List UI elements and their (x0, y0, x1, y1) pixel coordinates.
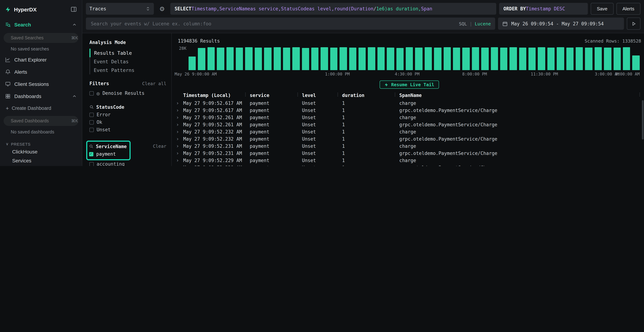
saved-searches-input[interactable]: ⌘K (4, 33, 78, 43)
table-scrollbar[interactable] (642, 100, 644, 140)
analysis-option-results-table[interactable]: Results Table (90, 49, 168, 57)
histogram-bar[interactable] (283, 48, 290, 70)
table-row[interactable]: ›May 27 9:09:52.232 AMpaymentUnset1charg… (174, 128, 644, 135)
column-grip-icon[interactable]: ⋮ (296, 92, 300, 97)
sidebar-item-client-sessions[interactable]: Client Sessions (0, 78, 82, 90)
facet-item-Error[interactable]: Error (90, 111, 168, 118)
histogram-bar[interactable] (198, 48, 205, 70)
histogram-bar[interactable] (254, 48, 262, 70)
histogram-bar[interactable] (576, 48, 583, 70)
column-header-level[interactable]: level⋮ (302, 91, 342, 100)
histogram-bar[interactable] (491, 47, 498, 70)
histogram-bar[interactable] (406, 48, 413, 70)
table-row[interactable]: ›May 27 9:09:52.261 AMpaymentUnset1charg… (174, 114, 644, 121)
table-row[interactable]: ›May 27 9:09:52.229 AMpaymentUnset1charg… (174, 157, 644, 164)
histogram-bar[interactable] (226, 47, 234, 70)
histogram-bar[interactable] (434, 48, 441, 70)
events-histogram[interactable]: 28K May 26 9:00:00 AM1:00:00 PM4:30:00 P… (174, 46, 640, 77)
histogram-bar[interactable] (453, 48, 460, 70)
source-settings-gear-icon[interactable]: ⚙ (157, 4, 168, 14)
checkbox[interactable] (90, 128, 94, 132)
saved-dashboards-input[interactable]: ⌘K (4, 116, 78, 126)
presets-section-toggle[interactable]: ∨ PRESETS (6, 142, 82, 146)
expand-row-icon[interactable]: › (174, 122, 179, 127)
histogram-bar[interactable] (519, 48, 526, 70)
histogram-bar[interactable] (472, 48, 479, 70)
histogram-bar[interactable] (585, 48, 592, 70)
expand-row-icon[interactable]: › (174, 150, 179, 156)
column-header-spanname[interactable]: SpanName⋮ (399, 91, 644, 100)
search-input[interactable] (90, 20, 455, 27)
alerts-button[interactable]: Alerts (616, 3, 640, 15)
resume-live-tail-button[interactable]: Resume Live Tail (380, 80, 439, 89)
sidebar-item-alerts[interactable]: Alerts (0, 66, 82, 78)
run-query-button[interactable] (627, 18, 640, 30)
histogram-bar[interactable] (614, 48, 621, 70)
save-button[interactable]: Save (591, 3, 614, 15)
analysis-option-event-patterns[interactable]: Event Patterns (90, 66, 168, 74)
histogram-bar[interactable] (321, 47, 328, 70)
analysis-option-event-deltas[interactable]: Event Deltas (90, 57, 168, 66)
histogram-bar[interactable] (444, 48, 451, 70)
column-header-duration[interactable]: duration⋮ (342, 91, 399, 100)
sql-query[interactable]: SELECT Timestamp, ServiceName as service… (170, 3, 496, 15)
histogram-bar[interactable] (378, 48, 385, 70)
expand-row-icon[interactable]: › (174, 143, 179, 149)
order-by-query[interactable]: ORDER BY Timestamp DESC (499, 3, 588, 15)
histogram-bar[interactable] (566, 48, 574, 70)
histogram-bar[interactable] (538, 47, 545, 70)
table-row[interactable]: ›May 27 9:09:52.231 AMpaymentUnset1charg… (174, 142, 644, 150)
histogram-bar[interactable] (528, 48, 536, 70)
mode-sql-toggle[interactable]: SQL (459, 21, 467, 26)
checkbox[interactable] (90, 112, 94, 117)
table-row[interactable]: ›May 27 9:09:52.231 AMpaymentUnset1grpc.… (174, 150, 644, 157)
table-row[interactable]: ›May 27 9:09:52.261 AMpaymentUnset1grpc.… (174, 121, 644, 128)
histogram-bar[interactable] (500, 48, 508, 70)
column-header-service[interactable]: service⋮ (250, 91, 302, 100)
expand-row-icon[interactable]: › (174, 100, 179, 106)
column-grip-icon[interactable]: ⋮ (243, 92, 248, 97)
histogram-bar[interactable] (245, 48, 252, 70)
table-row[interactable]: ›May 27 9:09:52.229 AMpaymentUnset1grpc.… (174, 164, 644, 166)
expand-row-icon[interactable]: › (174, 164, 179, 166)
histogram-bar[interactable] (632, 56, 640, 70)
histogram-bar[interactable] (358, 48, 366, 70)
saved-searches-field[interactable] (11, 36, 68, 40)
table-row[interactable]: ›May 27 9:09:52.617 AMpaymentUnset1charg… (174, 100, 644, 106)
chevron-up-icon[interactable] (72, 22, 77, 27)
histogram-bar[interactable] (415, 48, 422, 70)
facet-item-payment[interactable]: payment (89, 150, 127, 158)
event-search-bar[interactable]: SQL | Lucene (86, 18, 495, 30)
histogram-bar[interactable] (396, 48, 404, 70)
expand-row-icon[interactable]: › (174, 158, 179, 163)
expand-row-icon[interactable]: › (174, 107, 179, 113)
sidebar-item-chart-explorer[interactable]: Chart Explorer (0, 54, 82, 66)
histogram-bar[interactable] (481, 48, 488, 70)
histogram-bar[interactable] (349, 48, 356, 70)
histogram-bar[interactable] (387, 48, 394, 70)
source-select[interactable]: Traces (86, 3, 154, 15)
clear-all-link[interactable]: Clear all (142, 81, 166, 86)
checkbox[interactable] (90, 120, 94, 124)
histogram-bar[interactable] (462, 48, 470, 70)
histogram-bar[interactable] (274, 47, 281, 70)
histogram-bar[interactable] (557, 48, 564, 70)
histogram-bar[interactable] (425, 47, 432, 70)
collapse-sidebar-icon[interactable] (70, 6, 77, 12)
column-grip-icon[interactable]: ⋮ (393, 92, 397, 97)
expand-row-icon[interactable]: › (174, 136, 179, 142)
expand-row-icon[interactable]: › (174, 114, 179, 120)
date-range-picker[interactable]: May 26 09:09:54 - May 27 09:09:54 (498, 18, 624, 30)
histogram-bar[interactable] (604, 48, 611, 70)
table-row[interactable]: ›May 27 9:09:52.232 AMpaymentUnset1grpc.… (174, 135, 644, 142)
histogram-bar[interactable] (264, 48, 271, 70)
histogram-bar[interactable] (208, 48, 215, 70)
histogram-bar[interactable] (623, 48, 630, 70)
histogram-bar[interactable] (236, 48, 243, 70)
sidebar-item-dashboards[interactable]: Dashboards (0, 90, 82, 102)
checkbox[interactable] (90, 91, 94, 95)
facet-clear-link[interactable]: Clear (153, 144, 166, 149)
denoise-results-toggle[interactable]: ◎ Denoise Results (90, 90, 168, 96)
histogram-bar[interactable] (217, 48, 224, 70)
facet-item-Unset[interactable]: Unset (90, 126, 168, 134)
